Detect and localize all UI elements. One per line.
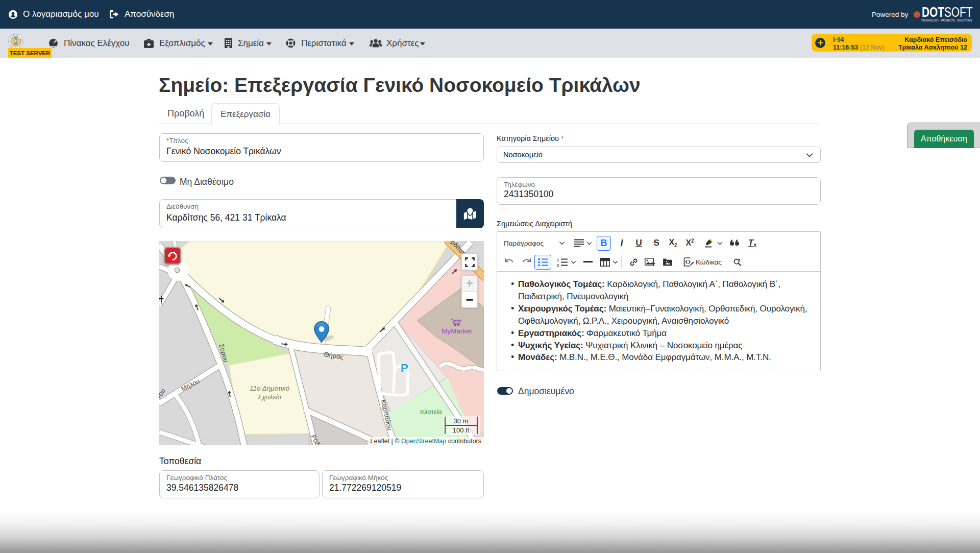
svg-text:MyMarket: MyMarket [442,327,472,335]
svg-text:1: 1 [557,258,559,262]
svg-text:100 ft: 100 ft [453,426,470,434]
svg-text:30 m: 30 m [454,417,469,425]
svg-text:†: † [159,294,164,305]
svg-text:2: 2 [557,262,559,267]
svg-text:11ο Δημοτικό: 11ο Δημοτικό [250,384,290,392]
svg-text:P: P [401,362,408,374]
svg-text:πλατεία: πλατεία [420,408,442,416]
svg-text:Σχολείο: Σχολείο [257,393,281,401]
